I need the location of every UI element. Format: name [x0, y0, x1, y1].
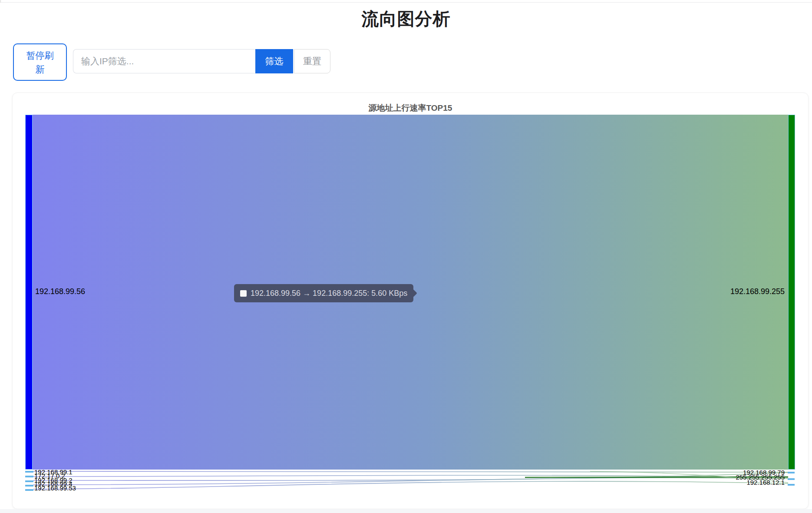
small-node[interactable] [25, 485, 33, 487]
page-bottom-background [0, 509, 812, 513]
small-node[interactable] [25, 480, 33, 482]
small-node[interactable] [788, 472, 795, 473]
filter-toolbar: 筛选 重置 [73, 49, 330, 73]
page-top-tick [0, 0, 1, 3]
reset-button[interactable]: 重置 [294, 49, 330, 73]
small-node[interactable] [25, 471, 33, 473]
pause-refresh-button[interactable]: 暂停刷新 [13, 43, 67, 81]
small-node-label: 192.168.12.1 [746, 479, 785, 486]
page-top-divider [0, 2, 812, 3]
small-node[interactable] [25, 489, 33, 491]
sankey-source-node[interactable] [25, 115, 33, 470]
page-title: 流向图分析 [0, 7, 812, 31]
filter-button[interactable]: 筛选 [255, 49, 293, 73]
chart-title: 源地址上行速率TOP15 [13, 103, 808, 114]
sankey-chart-card: 源地址上行速率TOP15 192.168.99.56 192.168.99.25… [12, 93, 809, 509]
small-node[interactable] [788, 484, 795, 486]
ip-filter-input[interactable] [73, 49, 255, 73]
small-node[interactable] [25, 476, 33, 477]
small-node-label: 192.168.99.53 [34, 484, 76, 492]
target-node-label: 192.168.99.255 [730, 287, 785, 296]
source-node-label: 192.168.99.56 [35, 287, 85, 296]
tooltip-series-marker-icon [240, 290, 247, 297]
chart-tooltip: 192.168.99.56 → 192.168.99.255: 5.60 KBp… [234, 284, 413, 302]
tooltip-text: 192.168.99.56 → 192.168.99.255: 5.60 KBp… [251, 289, 407, 298]
sankey-target-node[interactable] [788, 115, 795, 470]
small-node[interactable] [788, 478, 795, 480]
